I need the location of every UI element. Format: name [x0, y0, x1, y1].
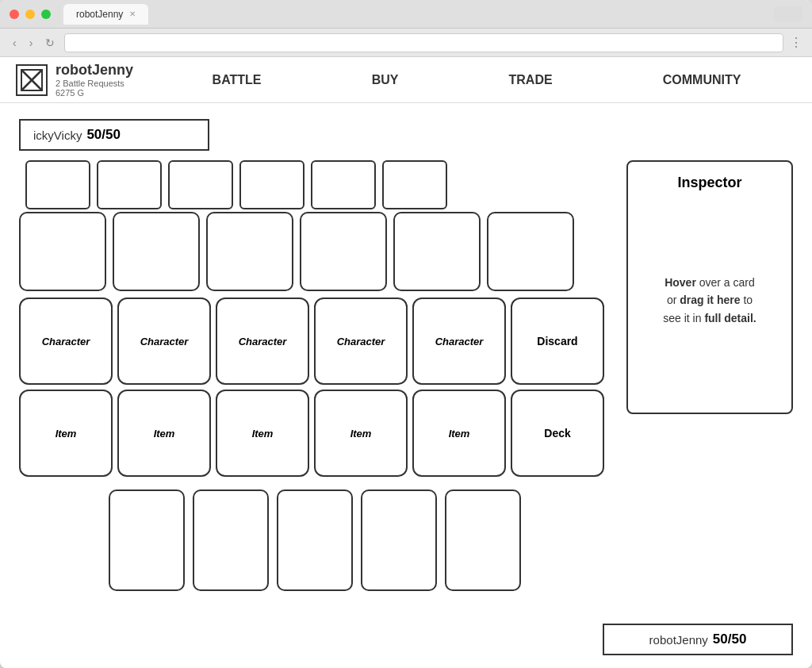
opponent-hp: 50/50: [86, 127, 121, 143]
deck-pile[interactable]: Deck: [511, 390, 604, 477]
inspector-drag-text: drag it here: [680, 294, 740, 306]
opponent-card-back-2[interactable]: [97, 160, 162, 209]
item-slot-5[interactable]: Item: [412, 390, 506, 477]
nav-battle[interactable]: BATTLE: [197, 73, 278, 87]
nav-trade[interactable]: TRADE: [493, 73, 569, 87]
forward-button[interactable]: ›: [26, 35, 36, 51]
close-button[interactable]: [10, 10, 19, 19]
opponent-card-front-1[interactable]: [19, 212, 106, 291]
discard-label: Discard: [537, 335, 577, 347]
nav-buy[interactable]: BUY: [356, 73, 415, 87]
logo-text: robotJenny 2 Battle Requests 6275 G: [56, 62, 133, 98]
main-area: ickyVicky 50/50: [0, 103, 812, 624]
item-label-1: Item: [56, 428, 77, 440]
inspector-panel[interactable]: Inspector Hover over a card or drag it h…: [626, 160, 793, 414]
hand-card-3[interactable]: [277, 489, 353, 591]
logo-svg: [21, 69, 43, 91]
hand-card-5[interactable]: [445, 489, 521, 591]
item-row: Item Item Item Item Item: [19, 390, 611, 477]
back-button[interactable]: ‹: [10, 35, 20, 51]
opponent-card-back-1[interactable]: [25, 160, 90, 209]
logo-area: robotJenny 2 Battle Requests 6275 G: [16, 62, 133, 98]
nav-community[interactable]: COMMUNITY: [647, 73, 757, 87]
character-label-5: Character: [435, 336, 484, 347]
item-label-4: Item: [350, 428, 372, 440]
player-label: robotJenny 50/50: [603, 624, 793, 655]
logo-name: robotJenny: [56, 62, 133, 79]
app-header: robotJenny 2 Battle Requests 6275 G BATT…: [0, 57, 812, 103]
hand-card-4[interactable]: [361, 489, 437, 591]
inspector-title: Inspector: [677, 175, 741, 191]
character-slot-5[interactable]: Character: [412, 298, 506, 385]
bottom-bar: robotJenny 50/50: [0, 624, 812, 668]
player-hand: [19, 489, 611, 599]
item-slot-1[interactable]: Item: [19, 390, 113, 477]
logo-icon: [16, 64, 48, 96]
opponent-card-back-4[interactable]: [239, 160, 304, 209]
browser-tab[interactable]: robotJenny ✕: [63, 4, 148, 25]
item-slot-2[interactable]: Item: [117, 390, 211, 477]
minimize-button[interactable]: [25, 10, 35, 19]
character-label-1: Character: [42, 336, 90, 347]
address-bar[interactable]: [64, 33, 783, 52]
opponent-back-row: [19, 160, 611, 209]
inspector-detail-text: full detail.: [704, 312, 756, 324]
character-label-2: Character: [140, 336, 189, 347]
item-label-3: Item: [252, 428, 274, 440]
item-label-2: Item: [154, 428, 175, 440]
character-label-4: Character: [337, 336, 385, 347]
browser-toolbar: ‹ › ↻ ⋮: [0, 29, 812, 57]
gold-amount: 6275 G: [56, 88, 133, 98]
inspector-hint: Hover over a card or drag it here to see…: [663, 274, 756, 327]
discard-pile[interactable]: Discard: [511, 298, 604, 385]
browser-window: robotJenny ✕ ‹ › ↻ ⋮ robotJen: [0, 0, 812, 668]
item-slot-3[interactable]: Item: [216, 390, 309, 477]
opponent-card-back-5[interactable]: [311, 160, 376, 209]
character-row: Character Character Character Character: [19, 298, 611, 385]
character-label-3: Character: [239, 336, 287, 347]
app-content: robotJenny 2 Battle Requests 6275 G BATT…: [0, 57, 812, 668]
opponent-card-back-6[interactable]: [382, 160, 447, 209]
game-field: Character Character Character Character: [19, 160, 611, 599]
battle-requests: 2 Battle Requests: [56, 79, 133, 88]
hand-card-2[interactable]: [193, 489, 269, 591]
tab-close-icon[interactable]: ✕: [129, 10, 136, 18]
opponent-card-front-3[interactable]: [206, 212, 293, 291]
opponent-card-front-5[interactable]: [393, 212, 481, 291]
opponent-card-back-3[interactable]: [168, 160, 233, 209]
character-slot-3[interactable]: Character: [216, 298, 309, 385]
opponent-label: ickyVicky 50/50: [19, 119, 793, 151]
character-slot-1[interactable]: Character: [19, 298, 113, 385]
more-options-icon[interactable]: ⋮: [790, 35, 802, 50]
opponent-card-front-6[interactable]: [487, 212, 574, 291]
character-slot-2[interactable]: Character: [117, 298, 211, 385]
inspector-hover-text: Hover: [665, 276, 696, 289]
tab-label: robotJenny: [76, 9, 123, 20]
character-slot-4[interactable]: Character: [314, 298, 408, 385]
opponent-front-row: [19, 212, 611, 291]
nav-links: BATTLE BUY TRADE COMMUNITY: [157, 73, 796, 87]
item-label-5: Item: [449, 428, 470, 440]
inspector-body: Hover over a card or drag it here to see…: [663, 201, 756, 400]
game-main: Character Character Character Character: [19, 160, 793, 599]
item-slot-4[interactable]: Item: [314, 390, 408, 477]
opponent-name: ickyVicky: [33, 129, 82, 142]
deck-label: Deck: [544, 427, 570, 440]
hand-card-1[interactable]: [109, 489, 185, 591]
opponent-card-front-4[interactable]: [300, 212, 387, 291]
opponent-card-front-2[interactable]: [113, 212, 200, 291]
maximize-button[interactable]: [41, 10, 51, 19]
player-hp: 50/50: [713, 632, 747, 647]
player-name: robotJenny: [649, 633, 708, 647]
tab-new-area: [774, 6, 802, 22]
opponent-player-label: ickyVicky 50/50: [19, 119, 209, 151]
browser-titlebar: robotJenny ✕: [0, 0, 812, 29]
reload-button[interactable]: ↻: [42, 35, 58, 51]
